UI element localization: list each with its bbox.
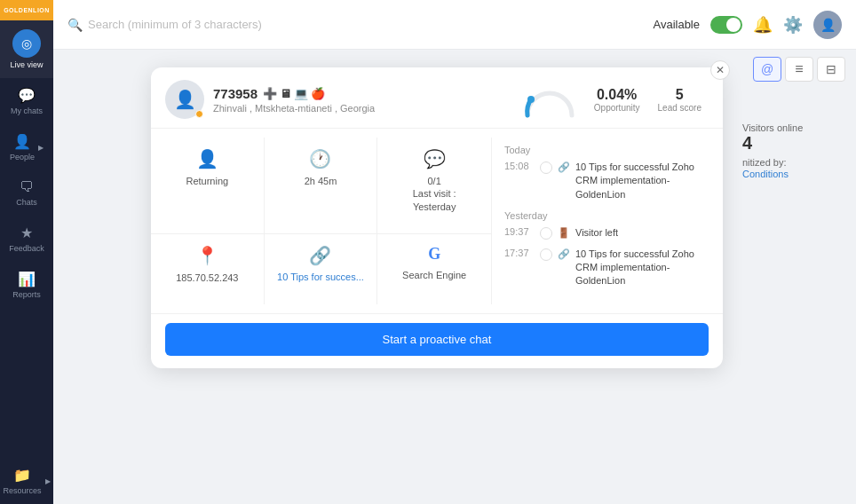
timeline-dot [540,161,552,174]
settings-icon[interactable]: ⚙️ [783,15,803,35]
chats-icon: 🗨 [20,179,34,195]
search-icon: 🔍 [67,18,83,32]
search-box[interactable]: 🔍 Search (minimum of 3 characters) [67,18,646,32]
sidebar-item-label: Resources [3,486,41,495]
stat-ip: 📍 185.70.52.243 [151,234,265,304]
timeline-text: 10 Tips for successful Zoho CRM implemen… [575,161,710,201]
svg-point-0 [527,96,535,103]
visitor-avatar: 👤 [165,80,204,119]
sidebar-item-people[interactable]: 👤 People ▶ [0,124,53,170]
timeline-section-yesterday: Yesterday 19:37 🚪 Visitor left 17:37 🔗 1… [504,210,710,288]
plus-icon[interactable]: ➕ [263,87,277,100]
content-area: @ ≡ ⊟ Visitors online 4 nitized by: Cond… [53,50,856,504]
header: 🔍 Search (minimum of 3 characters) Avail… [53,0,856,50]
page-link-label[interactable]: 10 Tips for succes... [277,272,364,282]
opportunity-label: Opportunity [594,103,640,113]
visitors-filter-label: nitized by: [742,157,845,168]
link-timeline-icon2: 🔗 [558,248,570,260]
lead-score-label: Lead score [658,103,701,113]
sidebar-item-label: People [10,153,35,161]
timeline-item: 19:37 🚪 Visitor left [504,226,710,240]
location-icon: 📍 [196,245,218,266]
close-button[interactable]: ✕ [710,60,730,80]
stat-search-engine: G Search Engine [377,234,491,304]
returning-icon: 👤 [196,148,218,169]
exit-icon: 🚪 [558,227,570,239]
sidebar-item-my-chats[interactable]: 💬 My chats [0,78,53,124]
cta-area: Start a proactive chat [151,313,723,368]
sidebar-item-label: Chats [16,198,37,207]
available-label: Available [653,18,700,31]
apple-icon: 🍎 [311,87,325,100]
search-placeholder: Search (minimum of 3 characters) [88,18,262,31]
lead-score-metric: 5 Lead score [658,87,701,113]
chat-visits-icon: 💬 [424,148,446,169]
tab-list[interactable]: ≡ [785,57,813,82]
opportunity-metric: 0.04% Opportunity [594,87,640,113]
visitor-badges: ➕ 🖥 💻 🍎 [263,87,325,100]
link-timeline-icon: 🔗 [558,161,570,173]
resources-icon: 📁 [13,467,31,484]
chrome-icon: 🖥 [280,87,291,100]
card-body: 👤 Returning 🕐 2h 45m 💬 0/1Last visit :Ye… [151,129,723,313]
online-indicator [195,110,203,118]
start-chat-button[interactable]: Start a proactive chat [165,323,709,356]
user-avatar[interactable]: 👤 [813,11,842,39]
sidebar-item-chats[interactable]: 🗨 Chats [0,170,53,216]
today-label: Today [504,145,710,155]
sidebar-item-reports[interactable]: 📊 Reports [0,262,53,308]
visitor-info: 773958 ➕ 🖥 💻 🍎 Zhinvali , Mtskheta-mtian… [213,86,375,114]
stat-returning: 👤 Returning [151,138,265,234]
timeline-item: 17:37 🔗 10 Tips for successful Zoho CRM … [504,248,710,288]
card-header: 👤 773958 ➕ 🖥 💻 🍎 Zhinvali , Mtskheta-mti… [151,67,723,129]
sidebar-item-live-view[interactable]: ◎ Live view [0,20,53,78]
timeline-time: 17:37 [504,248,535,258]
sub-header-tabs: @ ≡ ⊟ [742,50,856,89]
visitors-panel: Visitors online 4 nitized by: Conditions [732,87,856,187]
conditions-link[interactable]: Conditions [742,169,789,179]
sidebar-item-feedback[interactable]: ★ Feedback [0,216,53,262]
available-toggle[interactable] [710,16,742,34]
tab-at-sign[interactable]: @ [753,57,781,82]
stat-duration: 🕐 2h 45m [265,138,378,234]
sidebar-item-label: Feedback [9,244,44,253]
chevron-right-icon: ▶ [45,477,51,485]
stat-visits: 💬 0/1Last visit :Yesterday [377,138,491,234]
stat-page[interactable]: 🔗 10 Tips for succes... [265,234,378,304]
search-engine-label: Search Engine [402,269,466,281]
lead-score-value: 5 [658,87,701,103]
timeline-dot [540,248,552,261]
volume-icon[interactable]: 🔔 [753,15,773,35]
sidebar-item-label: My chats [11,106,43,115]
sidebar-item-label: Reports [12,290,41,299]
google-icon: G [428,245,440,264]
yesterday-label: Yesterday [504,210,710,221]
visitor-card: ✕ 👤 773958 ➕ 🖥 💻 🍎 [151,67,723,368]
gauge-chart [523,82,576,117]
visits-label: 0/1Last visit :Yesterday [413,175,456,213]
header-right: Available 🔔 ⚙️ 👤 [653,11,842,39]
people-icon: 👤 [13,133,31,150]
ip-label: 185.70.52.243 [176,272,238,284]
visitors-count: 4 [742,133,845,154]
timeline-dot [540,227,552,240]
visitors-online-label: Visitors online [742,122,845,133]
timeline-time: 15:08 [504,161,535,171]
sidebar: GOLDENLION ◎ Live view 💬 My chats 👤 Peop… [0,0,53,504]
main-area: 🔍 Search (minimum of 3 characters) Avail… [53,0,856,504]
brand-logo: GOLDENLION [0,0,53,20]
live-view-icon: ◎ [12,29,41,58]
chat-icon: 💬 [18,87,36,104]
link-icon: 🔗 [309,245,331,266]
visitor-id: 773958 ➕ 🖥 💻 🍎 [213,86,375,101]
tab-filter[interactable]: ⊟ [817,57,845,82]
opportunity-value: 0.04% [594,87,640,103]
reports-icon: 📊 [18,271,36,287]
stats-grid: 👤 Returning 🕐 2h 45m 💬 0/1Last visit :Ye… [151,138,492,304]
timeline-item: 15:08 🔗 10 Tips for successful Zoho CRM … [504,161,710,201]
feedback-icon: ★ [20,224,33,241]
duration-label: 2h 45m [305,175,337,187]
clock-icon: 🕐 [309,148,331,169]
timeline-text: Visitor left [575,226,618,240]
sidebar-item-resources[interactable]: 📁 Resources ▶ [0,458,53,504]
